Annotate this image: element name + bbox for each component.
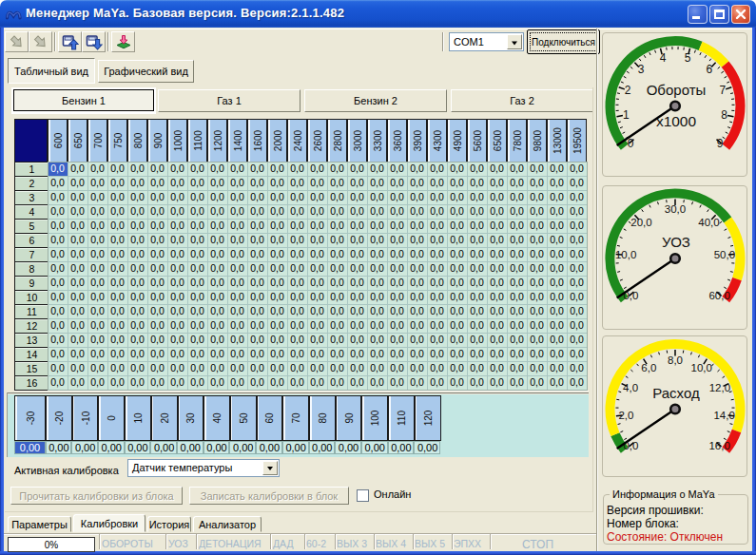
svg-text:0,0: 0,0: [550, 163, 564, 174]
svg-text:0,0: 0,0: [470, 291, 484, 302]
svg-text:0,0: 0,0: [530, 234, 544, 245]
svg-text:0,0: 0,0: [50, 220, 65, 231]
svg-text:0,0: 0,0: [410, 291, 424, 302]
svg-text:0,0: 0,0: [190, 177, 204, 188]
svg-text:30: 30: [185, 412, 196, 424]
svg-text:0,0: 0,0: [510, 319, 524, 331]
svg-text:0,0: 0,0: [370, 305, 384, 316]
svg-text:0,0: 0,0: [310, 319, 324, 331]
svg-text:0,0: 0,0: [350, 220, 364, 231]
svg-text:2000: 2000: [273, 129, 283, 151]
svg-text:0,0: 0,0: [510, 262, 524, 274]
svg-text:0,0: 0,0: [510, 191, 524, 202]
svg-text:0,0: 0,0: [510, 305, 524, 316]
svg-text:0,0: 0,0: [370, 291, 384, 302]
svg-text:0,0: 0,0: [530, 205, 544, 217]
svg-text:0,0: 0,0: [530, 376, 544, 388]
svg-text:0,0: 0,0: [310, 191, 324, 202]
svg-text:0,0: 0,0: [130, 376, 145, 388]
svg-text:0,0: 0,0: [170, 277, 184, 288]
svg-text:0,0: 0,0: [430, 348, 444, 359]
svg-text:0,0: 0,0: [290, 305, 304, 316]
svg-text:0,0: 0,0: [350, 191, 364, 202]
svg-text:0,0: 0,0: [330, 334, 344, 345]
svg-text:0,0: 0,0: [130, 348, 145, 359]
svg-text:0,0: 0,0: [150, 262, 165, 274]
svg-text:0,0: 0,0: [250, 334, 264, 345]
svg-text:0,0: 0,0: [270, 291, 284, 302]
svg-text:0,0: 0,0: [550, 334, 564, 345]
svg-text:0,0: 0,0: [250, 305, 264, 316]
svg-text:0,0: 0,0: [130, 248, 145, 259]
svg-text:0,0: 0,0: [390, 248, 404, 259]
svg-text:0,0: 0,0: [350, 234, 364, 245]
svg-text:-20: -20: [54, 411, 65, 425]
svg-text:0,0: 0,0: [290, 376, 304, 388]
svg-text:0,0: 0,0: [290, 191, 304, 202]
svg-text:0,0: 0,0: [430, 220, 444, 231]
svg-text:10: 10: [27, 292, 38, 303]
svg-text:0,0: 0,0: [130, 291, 145, 302]
svg-text:0,0: 0,0: [570, 191, 584, 202]
svg-text:0,0: 0,0: [430, 262, 444, 274]
svg-text:0,0: 0,0: [270, 220, 284, 231]
svg-text:0,0: 0,0: [530, 348, 544, 359]
svg-text:0,0: 0,0: [490, 305, 504, 316]
svg-text:0,0: 0,0: [450, 205, 464, 217]
svg-text:0,0: 0,0: [270, 334, 284, 345]
svg-text:1200: 1200: [213, 129, 223, 151]
svg-text:4: 4: [660, 51, 667, 65]
svg-text:0,0: 0,0: [450, 220, 464, 231]
svg-text:0,0: 0,0: [210, 163, 224, 174]
svg-text:0,0: 0,0: [470, 262, 484, 274]
svg-text:0,0: 0,0: [230, 277, 244, 288]
svg-text:0,0: 0,0: [130, 362, 145, 373]
svg-text:0,0: 0,0: [270, 163, 284, 174]
svg-text:0,0: 0,0: [270, 348, 284, 359]
svg-text:0,0: 0,0: [50, 348, 65, 359]
svg-text:0,0: 0,0: [230, 305, 244, 316]
svg-text:0,0: 0,0: [150, 205, 165, 217]
svg-text:0,0: 0,0: [370, 205, 384, 217]
svg-text:0,00: 0,00: [312, 442, 332, 453]
svg-text:0,0: 0,0: [70, 362, 85, 373]
svg-text:14: 14: [27, 349, 38, 360]
svg-text:0,0: 0,0: [250, 220, 264, 231]
svg-text:0,0: 0,0: [430, 291, 444, 302]
svg-text:0,0: 0,0: [50, 163, 65, 174]
svg-text:0,0: 0,0: [170, 205, 184, 217]
svg-text:0,00: 0,00: [391, 442, 411, 453]
svg-text:0,0: 0,0: [430, 163, 444, 174]
svg-text:0,0: 0,0: [230, 348, 244, 359]
svg-text:0,0: 0,0: [170, 305, 184, 316]
svg-text:0,0: 0,0: [230, 205, 244, 217]
svg-text:0,0: 0,0: [430, 248, 444, 259]
svg-text:0,0: 0,0: [290, 348, 304, 359]
svg-text:0,0: 0,0: [110, 305, 125, 316]
svg-text:0,0: 0,0: [70, 348, 85, 359]
svg-text:0,0: 0,0: [450, 163, 464, 174]
svg-text:0,0: 0,0: [170, 220, 184, 231]
svg-text:0,0: 0,0: [510, 205, 524, 217]
svg-text:0,0: 0,0: [130, 305, 145, 316]
svg-text:0,0: 0,0: [470, 348, 484, 359]
svg-text:0,0: 0,0: [150, 191, 165, 202]
svg-text:0,0: 0,0: [290, 291, 304, 302]
svg-text:0,0: 0,0: [110, 348, 125, 359]
svg-text:0,0: 0,0: [370, 277, 384, 288]
svg-text:0,0: 0,0: [490, 177, 504, 188]
svg-text:0,0: 0,0: [310, 277, 324, 288]
svg-text:7: 7: [719, 84, 726, 97]
svg-text:0,0: 0,0: [350, 334, 364, 345]
svg-text:0,0: 0,0: [450, 362, 464, 373]
svg-text:0,0: 0,0: [530, 220, 544, 231]
svg-text:0,0: 0,0: [570, 376, 584, 388]
svg-text:0,0: 0,0: [510, 163, 524, 174]
svg-text:1100: 1100: [193, 130, 204, 151]
svg-text:0,0: 0,0: [430, 234, 444, 245]
svg-text:0,0: 0,0: [270, 362, 284, 373]
svg-text:0,0: 0,0: [390, 376, 404, 388]
svg-text:0,00: 0,00: [101, 442, 121, 453]
svg-text:0,0: 0,0: [510, 220, 524, 231]
svg-text:1: 1: [29, 163, 35, 175]
